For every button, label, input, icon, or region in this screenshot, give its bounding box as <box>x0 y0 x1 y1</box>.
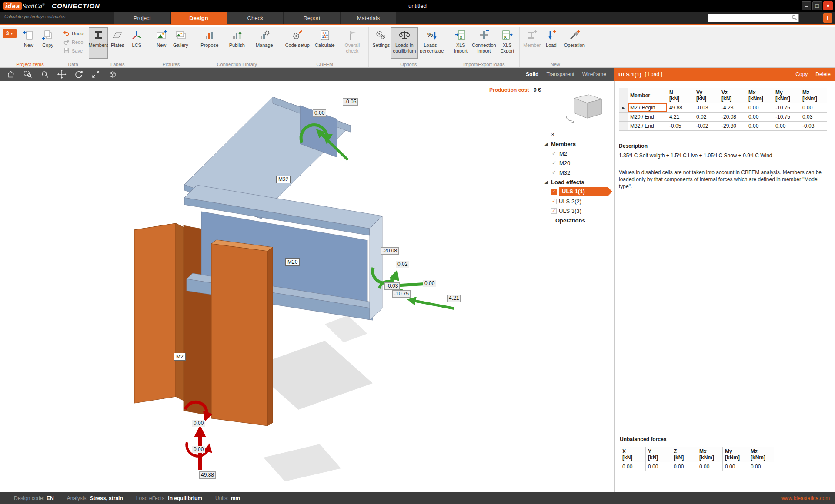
pictures-new-button[interactable]: New <box>152 27 171 59</box>
new-operation-button[interactable]: Operation <box>561 27 588 59</box>
table-row[interactable]: M20 / End 4.21 0.02 -20.08 0.00 -10.75 0… <box>619 113 827 122</box>
tab-project[interactable]: Project <box>114 12 170 24</box>
member-label-m20[interactable]: M20 <box>285 258 300 266</box>
navigation-cube[interactable] <box>562 92 605 127</box>
tree-members-header[interactable]: ◢Members <box>544 139 612 149</box>
loads-in-equilibrium-button[interactable]: Loads in equilibrium <box>391 27 418 59</box>
labels-lcs-button[interactable]: LCS <box>127 27 146 59</box>
group-label-labels: Labels <box>86 62 149 67</box>
cell-member[interactable]: M20 / End <box>628 113 667 122</box>
overall-check-label: Overall check <box>339 43 365 53</box>
scales-icon <box>399 30 410 42</box>
expander-icon[interactable]: ◢ <box>544 180 549 184</box>
tab-check[interactable]: Check <box>227 12 283 24</box>
close-button[interactable]: × <box>823 1 833 10</box>
tree-item-uls2[interactable]: ✓ULS 2(2) <box>544 196 612 206</box>
gallery-icon <box>175 30 186 42</box>
calculate-button[interactable]: Calculate <box>311 27 338 59</box>
load-case-panel-header: ULS 1(1) [ Load ] Copy Delete <box>614 68 835 81</box>
copy-load-button[interactable]: Copy <box>795 71 808 77</box>
new-member-label: Member <box>523 43 541 48</box>
table-row[interactable]: M32 / End -0.05 -0.02 -29.80 0.00 0.00 -… <box>619 122 827 131</box>
member-label-m2[interactable]: M2 <box>174 353 186 361</box>
xls-export-button[interactable]: X XLS Export <box>498 27 517 59</box>
view-mode-solid[interactable]: Solid <box>526 71 538 77</box>
check-icon: ✓ <box>551 169 557 176</box>
library-propose-button[interactable]: Propose <box>196 27 223 59</box>
minimize-button[interactable]: – <box>802 1 811 10</box>
library-manage-button[interactable]: Manage <box>250 27 278 59</box>
overall-check-button[interactable]: Overall check <box>338 27 366 59</box>
section-box-icon[interactable] <box>108 70 117 79</box>
app-logo: idea StatiCa® <box>3 2 45 10</box>
load-value-m32-n: -0.05 <box>343 98 358 106</box>
new-member-button[interactable]: Member <box>522 27 541 59</box>
loads-percentage-button[interactable]: % Loads - percentage <box>418 27 445 59</box>
new-load-label: Load <box>546 43 556 48</box>
cell-member[interactable]: M32 / End <box>628 122 667 131</box>
load-effects-table[interactable]: Member N[kN] Vy[kN] Vz[kN] Mx[kNm] My[kN… <box>619 88 827 131</box>
load-value-m20-vy: 0.02 <box>396 261 409 268</box>
labels-plates-button[interactable]: Plates <box>108 27 127 59</box>
home-view-icon[interactable] <box>6 70 16 79</box>
zoom-icon[interactable] <box>40 70 50 79</box>
save-button[interactable]: Save <box>63 47 83 54</box>
expander-icon[interactable]: ◢ <box>544 142 549 146</box>
zoom-window-icon[interactable] <box>23 70 33 79</box>
zoom-fit-icon[interactable] <box>91 70 100 79</box>
group-label-pictures: Pictures <box>149 62 193 67</box>
group-label-new: New <box>520 62 591 67</box>
cell-member[interactable]: M2 / Begin <box>628 103 667 113</box>
delete-load-button[interactable]: Delete <box>815 71 831 77</box>
search-input[interactable] <box>708 16 792 21</box>
website-link[interactable]: www.ideastatica.com <box>781 495 830 501</box>
production-cost-label: Production cost <box>489 87 529 93</box>
load-case-panel: Member N[kN] Vy[kN] Vz[kN] Mx[kNm] My[kN… <box>614 81 835 492</box>
tab-materials[interactable]: Materials <box>341 12 396 24</box>
checkbox-icon[interactable]: ✓ <box>551 199 557 204</box>
redo-button[interactable]: Redo <box>63 39 83 46</box>
tree-item-m20[interactable]: ✓M20 <box>544 158 612 168</box>
tab-design[interactable]: Design <box>171 12 227 24</box>
project-new-button[interactable]: New <box>19 27 38 59</box>
ribbon-group-pictures: New Gallery Pictures <box>149 27 193 67</box>
settings-button[interactable]: Settings <box>371 27 391 59</box>
code-setup-button[interactable]: Code setup <box>284 27 311 59</box>
svg-text:%: % <box>427 31 433 38</box>
search-box[interactable] <box>708 14 799 22</box>
col-vz: Vz[kN] <box>719 88 746 103</box>
new-picture-icon <box>156 30 167 42</box>
status-design-code: Design code:EN <box>14 495 54 501</box>
rotate-view-icon[interactable] <box>74 70 84 79</box>
tree-item-m2[interactable]: ✓M2 <box>544 149 612 158</box>
3d-scene[interactable] <box>0 81 614 492</box>
undo-button[interactable]: Undo <box>63 30 83 37</box>
tree-operations-header[interactable]: Operations <box>544 216 612 225</box>
new-load-button[interactable]: Load <box>541 27 561 59</box>
logo-statica: StatiCa® <box>23 3 45 10</box>
project-copy-button[interactable]: Copy <box>38 27 57 59</box>
tab-report[interactable]: Report <box>284 12 340 24</box>
tree-item-m32[interactable]: ✓M32 <box>544 168 612 177</box>
checkbox-checked-icon[interactable]: ✓ <box>551 189 557 195</box>
tree-item-uls3[interactable]: ✓ULS 3(3) <box>544 206 612 216</box>
maximize-button[interactable]: □ <box>812 1 822 10</box>
labels-members-button[interactable]: Members <box>89 27 108 59</box>
library-publish-button[interactable]: Publish <box>223 27 250 59</box>
info-button[interactable]: i <box>823 13 832 23</box>
connection-import-button[interactable]: Connection Import <box>470 27 498 59</box>
xls-import-button[interactable]: X XLS Import <box>451 27 470 59</box>
unbalanced-values-row: 0.00 0.00 0.00 0.00 0.00 0.00 <box>620 462 774 471</box>
view-mode-transparent[interactable]: Transparent <box>546 71 574 77</box>
tree-item-uls1[interactable]: ✓ULS 1(1) <box>544 187 612 196</box>
tree-load-effects-header[interactable]: ◢Load effects <box>544 177 612 187</box>
project-selector-dropdown[interactable]: 3▼ <box>3 29 17 38</box>
checkbox-icon[interactable]: ✓ <box>551 208 557 214</box>
3d-viewport[interactable]: Production cost - 0 € M32 M20 M2 -0.05 0… <box>0 81 614 492</box>
view-mode-wireframe[interactable]: Wireframe <box>582 71 606 77</box>
member-label-m32[interactable]: M32 <box>276 176 291 183</box>
pictures-gallery-button[interactable]: Gallery <box>171 27 190 59</box>
table-row[interactable]: ▶ M2 / Begin 49.88 -0.03 -4.23 0.00 -10.… <box>619 103 827 113</box>
load-value-m20-my: -10.75 <box>392 290 411 298</box>
pan-icon[interactable] <box>57 70 67 79</box>
